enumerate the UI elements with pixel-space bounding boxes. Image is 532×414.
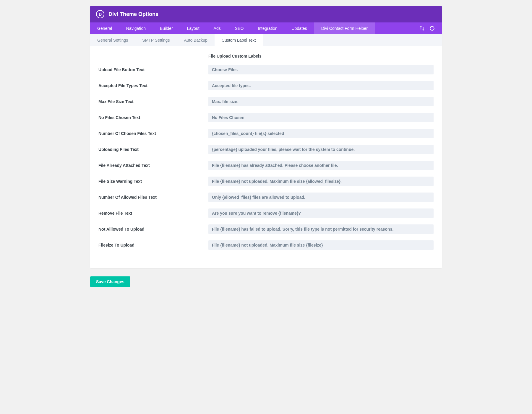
setting-row: Uploading Files Text [98,145,434,154]
setting-input[interactable] [208,193,434,202]
setting-label: Filesize To Upload [98,243,208,247]
divi-logo-icon: D [96,10,104,18]
save-button[interactable]: Save Changes [90,276,130,287]
subnav-tab-general-settings[interactable]: General Settings [90,34,135,46]
setting-input[interactable] [208,65,434,74]
setting-input[interactable] [208,161,434,170]
nav-tab-general[interactable]: General [90,22,119,34]
setting-input[interactable] [208,224,434,234]
nav-tab-navigation[interactable]: Navigation [119,22,153,34]
options-panel: D Divi Theme Options GeneralNavigationBu… [90,6,442,268]
subnav-tab-smtp-settings[interactable]: SMTP Settings [135,34,177,46]
setting-input[interactable] [208,81,434,90]
setting-row: Number Of Chosen Files Text [98,129,434,138]
setting-input[interactable] [208,240,434,250]
setting-input[interactable] [208,208,434,218]
setting-label: Max File Size Text [98,99,208,104]
setting-row: Max File Size Text [98,97,434,106]
nav-tab-updates[interactable]: Updates [284,22,314,34]
content-area: File Upload Custom Labels Upload File Bu… [90,46,442,268]
setting-input[interactable] [208,177,434,186]
setting-label: File Already Attached Text [98,163,208,168]
nav-tab-divi-contact-form-helper[interactable]: Divi Contact Form Helper [314,22,375,34]
subnav-tab-auto-backup[interactable]: Auto Backup [177,34,214,46]
nav-tab-builder[interactable]: Builder [153,22,180,34]
setting-label: Uploading Files Text [98,147,208,152]
subnav-tab-custom-label-text[interactable]: Custom Label Text [215,34,263,46]
panel-title: Divi Theme Options [108,11,158,17]
secondary-nav: General SettingsSMTP SettingsAuto Backup… [90,34,442,46]
setting-row: Accepted File Types Text [98,81,434,90]
nav-tab-seo[interactable]: SEO [228,22,251,34]
setting-row: Not Alllowed To Upload [98,224,434,234]
nav-tab-integration[interactable]: Integration [251,22,284,34]
setting-row: Filesize To Upload [98,240,434,250]
setting-row: File Already Attached Text [98,161,434,170]
setting-label: Accepted File Types Text [98,83,208,88]
nav-tab-layout[interactable]: Layout [180,22,207,34]
section-title: File Upload Custom Labels [208,54,434,58]
setting-input[interactable] [208,113,434,122]
setting-row: Remove File Text [98,208,434,218]
setting-label: Number Of Chosen Files Text [98,131,208,136]
setting-row: File Size Warning Text [98,177,434,186]
setting-row: Upload File Button Text [98,65,434,74]
primary-nav: GeneralNavigationBuilderLayoutAdsSEOInte… [90,22,442,34]
setting-row: Number Of Allowed Files Text [98,193,434,202]
setting-label: Number Of Allowed Files Text [98,195,208,200]
setting-input[interactable] [208,97,434,106]
setting-label: Upload File Button Text [98,67,208,72]
setting-label: Not Alllowed To Upload [98,227,208,232]
setting-input[interactable] [208,145,434,154]
setting-input[interactable] [208,129,434,138]
sort-icon[interactable] [417,23,427,34]
setting-row: No Files Chosen Text [98,113,434,122]
nav-tab-ads[interactable]: Ads [207,22,228,34]
reset-icon[interactable] [427,23,437,34]
panel-header: D Divi Theme Options [90,6,442,22]
setting-label: File Size Warning Text [98,179,208,184]
setting-label: Remove File Text [98,211,208,216]
setting-label: No Files Chosen Text [98,115,208,120]
